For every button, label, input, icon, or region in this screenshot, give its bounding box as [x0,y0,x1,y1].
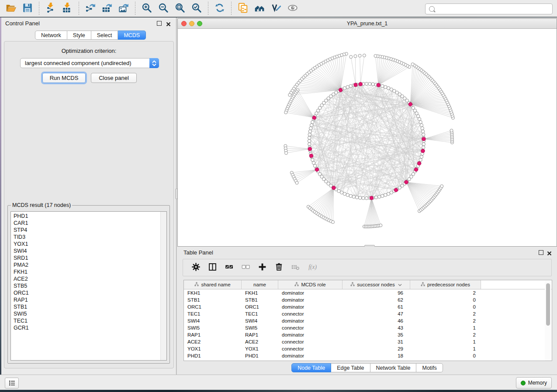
mcds-result-item[interactable]: ORC1 [11,289,161,296]
mcds-result-item[interactable]: PHD1 [11,213,161,220]
network-node[interactable] [381,194,384,197]
network-node[interactable] [359,196,362,199]
network-node[interactable] [362,196,365,199]
mcds-result-item[interactable]: PMA2 [11,261,161,268]
export-network-button[interactable] [83,1,98,16]
show-column-button[interactable] [205,261,220,274]
network-leaf-node[interactable] [332,220,335,224]
network-node[interactable] [308,139,311,142]
mcds-result-item[interactable]: STB5 [11,282,161,289]
table-row[interactable]: TEC1TEC1connector472 [184,310,552,317]
import-table-button[interactable] [60,1,75,16]
close-panel-icon[interactable] [166,21,171,25]
network-node[interactable] [309,127,312,130]
mcds-result-list[interactable]: PHD1CAR1STP4TID3YOX1SWI4SRD1PMA2FKH1ACE2… [10,211,167,361]
mcds-hub-node[interactable] [408,102,412,106]
column-header-successor-nodes[interactable]: successor nodes [343,280,410,289]
close-panel-icon[interactable] [547,250,552,254]
search-input[interactable] [437,5,552,14]
mcds-result-item[interactable]: TID3 [11,234,161,241]
network-leaf-node[interactable] [285,151,288,155]
mcds-result-item[interactable]: YOX1 [11,241,161,248]
table-row[interactable]: ORC1ORC1dominator610 [184,303,552,310]
mcds-result-item[interactable]: TEC1 [11,317,161,324]
column-header-name[interactable]: name [242,280,278,289]
network-node[interactable] [311,120,314,124]
mcds-hub-node[interactable] [417,162,421,165]
network-leaf-node[interactable] [295,181,298,184]
table-row[interactable]: ACE2ACE2connector311 [184,338,552,345]
network-node[interactable] [343,192,346,195]
network-node[interactable] [374,196,377,199]
network-from-selection-button[interactable] [235,1,250,16]
import-network-button[interactable] [43,1,58,16]
network-node[interactable] [308,136,311,139]
network-node[interactable] [420,155,423,158]
mcds-hub-node[interactable] [332,186,336,190]
mcds-result-item[interactable]: SRD1 [11,254,161,261]
mcds-list-scrollbar[interactable] [160,212,166,360]
memory-button[interactable]: Memory [516,377,552,389]
column-header-predecessor-nodes[interactable]: predecessor nodes [410,280,481,289]
table-row[interactable]: STB1STB1dominator620 [184,296,552,303]
table-row[interactable]: SWI4SWI4dominator462 [184,317,552,324]
mcds-result-item[interactable]: STP4 [11,227,161,234]
tab-network-table[interactable]: Network Table [370,363,417,372]
mcds-hub-node[interactable] [315,168,319,172]
network-leaf-node[interactable] [358,54,361,57]
mcds-result-item[interactable]: RAP1 [11,296,161,303]
export-table-button[interactable] [100,1,114,16]
network-node[interactable] [371,83,374,86]
zoom-selected-button[interactable] [189,1,204,16]
first-neighbors-button[interactable] [252,1,267,16]
table-row[interactable]: YOX1YOX1connector291 [184,345,552,352]
settings-gear-button[interactable] [188,261,203,274]
network-node[interactable] [384,86,387,89]
mcds-hub-node[interactable] [359,82,363,86]
column-header-MCDS-role[interactable]: MCDS role [278,280,343,289]
mcds-hub-node[interactable] [370,196,374,200]
mcds-hub-node[interactable] [308,147,312,151]
network-node[interactable] [349,194,352,197]
scrollbar-thumb[interactable] [546,283,550,326]
table-row[interactable]: PHD1PHD1dominator180 [184,352,552,359]
run-mcds-button[interactable]: Run MCDS [42,73,86,83]
network-leaf-node[interactable] [349,55,353,58]
mcds-hub-node[interactable] [422,137,426,141]
network-node[interactable] [310,124,313,127]
float-panel-icon[interactable] [539,250,543,255]
network-node[interactable] [308,130,311,133]
mcds-result-item[interactable]: ACE2 [11,275,161,282]
add-column-button[interactable] [255,261,270,274]
network-node[interactable] [377,195,381,198]
network-leaf-node[interactable] [363,54,366,57]
network-node[interactable] [421,127,424,130]
tab-select[interactable]: Select [91,31,118,40]
network-leaf-node[interactable] [379,224,382,227]
network-node[interactable] [387,86,390,89]
zoom-out-button[interactable] [156,1,171,16]
open-file-button[interactable] [3,1,18,16]
export-image-button[interactable] [116,1,131,16]
network-node[interactable] [420,124,423,127]
mcds-result-item[interactable]: SWI5 [11,310,161,317]
criterion-select[interactable]: largest connected component (undirected) [20,58,159,68]
network-node[interactable] [419,158,422,162]
mcds-hub-node[interactable] [312,116,316,120]
mcds-result-item[interactable]: STB1 [11,303,161,310]
network-node[interactable] [421,130,424,133]
network-window-titlebar[interactable]: YPA_prune.txt_1 [178,19,557,29]
tab-motifs[interactable]: Motifs [416,363,443,372]
network-leaf-node[interactable] [440,185,443,188]
network-node[interactable] [422,146,425,149]
show-task-history-button[interactable] [5,378,19,389]
network-node[interactable] [346,86,349,89]
delete-column-button[interactable] [271,261,286,274]
table-scrollbar[interactable] [545,281,551,361]
mcds-hub-node[interactable] [394,188,398,192]
network-node[interactable] [419,120,422,124]
float-panel-icon[interactable] [157,21,162,26]
zoom-in-button[interactable] [139,1,154,16]
tab-node-table[interactable]: Node Table [291,363,331,372]
network-node[interactable] [349,84,352,87]
